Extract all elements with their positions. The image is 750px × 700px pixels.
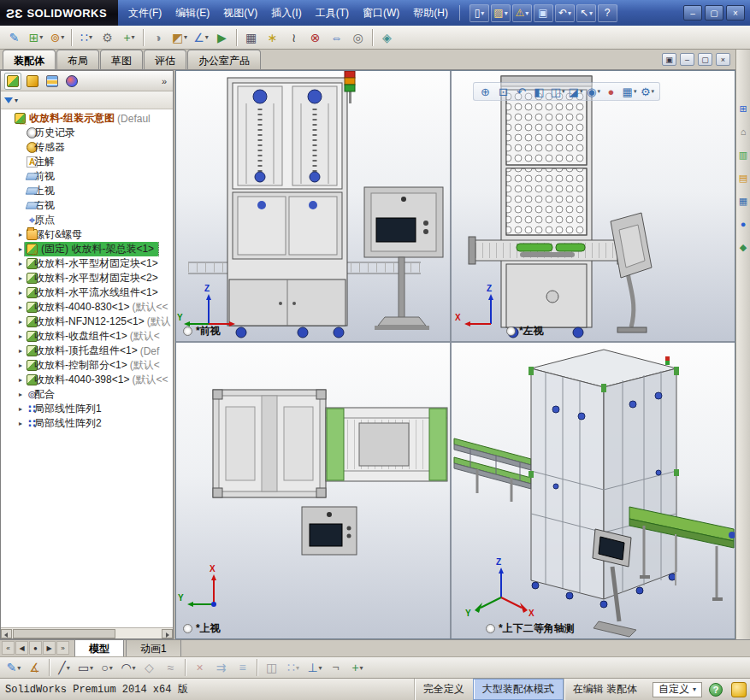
dropdown-caret-icon[interactable]: ▾ [205, 33, 209, 41]
tree-hscrollbar[interactable] [1, 627, 173, 638]
toolbar-separator[interactable] [236, 29, 238, 46]
view-orientation-button[interactable]: ◫▾ [550, 84, 565, 99]
viewport-top[interactable]: X Y *上视 [176, 343, 450, 638]
dropdown-caret-icon[interactable]: ▾ [17, 664, 21, 672]
tree-item[interactable]: ▸ 收放料-NFJN12-125<1> (默认 [1, 315, 173, 329]
viewport-isometric[interactable]: Z X Y *上下二等角轴测 [452, 343, 735, 638]
tree-item[interactable]: ▸ 收放料-控制部分<1> (默认< [1, 358, 173, 373]
tree-item-content[interactable]: 收放料-控制部分<1> (默认< [25, 358, 162, 373]
toolbar-separator[interactable] [49, 659, 50, 676]
quick-snaps-button[interactable]: +▾ [347, 658, 368, 678]
mate-button[interactable]: ⊚▾ [47, 27, 68, 47]
left-view-drawing[interactable]: Z X [452, 71, 735, 341]
tree-item[interactable]: ▸ 收放料-收盘组件<1> (默认< [1, 329, 173, 344]
menu-item[interactable]: 窗口(W) [356, 0, 406, 26]
hide-show-items-button[interactable]: ◉▾ [586, 84, 601, 99]
command-tab[interactable]: 办公室产品 [187, 50, 261, 69]
assembly-features-button[interactable]: ◩▾ [169, 27, 190, 47]
expander-icon[interactable]: ▸ [16, 332, 25, 340]
tree-item-content[interactable]: 收放料-NFJN12-125<1> (默认 [25, 315, 173, 329]
polygon-button[interactable]: ◇ [139, 658, 160, 678]
dropdown-caret-icon[interactable]: ▾ [296, 664, 299, 672]
filter-funnel-icon[interactable] [4, 97, 13, 103]
tree-item-content[interactable]: 历史记录 [25, 126, 80, 140]
convert-entities-button[interactable]: ⇉ [211, 658, 232, 678]
tree-item[interactable]: 注解 [1, 155, 173, 169]
dropdown-caret-icon[interactable]: ▾ [634, 88, 637, 95]
design-library-icon[interactable]: ▤ [737, 172, 749, 184]
tree-item-content[interactable]: 原点 [25, 213, 59, 227]
command-tab[interactable]: 装配体 [3, 50, 56, 69]
custom-properties-icon[interactable]: ◆ [737, 241, 749, 253]
display-relations-button[interactable]: ⊥▾ [304, 658, 325, 678]
rectangle-button[interactable]: ▭▾ [75, 658, 96, 678]
scroll-dot-button[interactable]: ● [29, 641, 42, 655]
undo-button[interactable]: ↶▾ [555, 4, 575, 22]
expander-icon[interactable]: ▸ [16, 318, 25, 326]
explode-line-sketch-button[interactable]: ≀ [284, 27, 304, 47]
tree-item[interactable]: ▸ 配合 [1, 387, 173, 402]
toolbox-icon[interactable]: ⊞ [737, 103, 749, 115]
tree-item-content[interactable]: 右视 [25, 198, 59, 213]
appearances-scenes-icon[interactable]: ● [737, 218, 749, 230]
tree-item-content[interactable]: 收放料-水平型材固定块<2> [25, 271, 162, 285]
toolbar-separator[interactable] [143, 29, 145, 46]
minimize-button[interactable]: – [683, 5, 702, 21]
reference-geometry-button[interactable]: ∠▾ [191, 27, 211, 47]
top-view-drawing[interactable]: X Y [176, 343, 450, 638]
viewport-splitter-vertical[interactable] [450, 71, 452, 638]
scroll-first-button[interactable]: « [2, 641, 15, 655]
tree-item[interactable]: 上视 [1, 184, 173, 198]
tree-item-content[interactable]: 收放料-4040-398<1> (默认<< [25, 373, 169, 387]
expander-icon[interactable]: ▸ [16, 391, 25, 398]
scroll-last-button[interactable]: » [56, 641, 69, 655]
tree-item-content[interactable]: 螺钉&螺母 [25, 227, 86, 242]
expander-icon[interactable]: ▸ [16, 245, 25, 253]
tree-item[interactable]: ▸ 局部线性阵列1 [1, 402, 173, 416]
menu-item[interactable]: 帮助(H) [406, 0, 455, 26]
toolbar-separator[interactable] [185, 659, 186, 676]
save-button[interactable]: ▣ [534, 4, 553, 22]
viewport-close-button[interactable]: × [716, 53, 730, 66]
dropdown-caret-icon[interactable]: ▾ [580, 88, 583, 95]
tree-item-content[interactable]: ⚠ (固定) 收放料-架总装<1> [25, 242, 158, 256]
toolbar-separator[interactable] [372, 29, 374, 46]
expander-icon[interactable]: ▸ [16, 231, 25, 238]
circle-button[interactable]: ○▾ [97, 658, 117, 678]
quick-tips-icon[interactable] [731, 682, 747, 697]
tree-item[interactable]: ▸ 螺钉&螺母 [1, 227, 173, 242]
scroll-prev-button[interactable]: ◀ [15, 641, 28, 655]
dropdown-caret-icon[interactable]: ▾ [184, 33, 187, 41]
new-document-button[interactable]: ▯▾ [469, 4, 489, 22]
apply-scene-button[interactable]: ▦▾ [622, 84, 637, 99]
dropdown-caret-icon[interactable]: ▾ [481, 9, 484, 17]
dropdown-caret-icon[interactable]: ▾ [589, 9, 593, 17]
tree-item-content[interactable]: 前视 [25, 169, 59, 184]
select-button[interactable]: ↖▾ [576, 4, 596, 22]
tree-item-content[interactable]: 局部线性阵列1 [25, 402, 106, 416]
tree-item[interactable]: 历史记录 [1, 126, 173, 140]
menu-item[interactable]: 视图(V) [216, 0, 264, 26]
scrollbar-thumb[interactable] [13, 629, 115, 638]
open-document-button[interactable]: ▨▾ [491, 4, 511, 22]
command-tab[interactable]: 草图 [100, 50, 143, 69]
clearance-verification-button[interactable]: ⇔ [327, 27, 347, 47]
expander-icon[interactable]: ▸ [16, 362, 25, 369]
edit-appearance-button[interactable]: ● [604, 84, 619, 99]
scroll-right-button[interactable] [162, 629, 173, 638]
command-tab[interactable]: 评估 [144, 50, 186, 69]
dropdown-caret-icon[interactable]: ▾ [89, 33, 92, 41]
status-help-button[interactable]: ? [709, 683, 723, 697]
expander-icon[interactable]: ▸ [16, 420, 25, 427]
edit-component-button[interactable]: ✎ [4, 27, 25, 47]
tree-item[interactable]: ▸ 收放料-水平流水线组件<1> [1, 285, 173, 300]
viewport-restore-button[interactable]: ▣ [662, 53, 676, 66]
expander-icon[interactable]: ▸ [16, 376, 25, 384]
tree-item-content[interactable]: 配合 [25, 387, 59, 402]
mirror-entities-button[interactable]: ◫ [262, 658, 282, 678]
expander-icon[interactable]: ▸ [16, 405, 25, 413]
dropdown-caret-icon[interactable]: ▾ [652, 88, 655, 95]
hole-alignment-button[interactable]: ◎ [348, 27, 369, 47]
viewport-minimize-button[interactable]: – [680, 53, 694, 66]
filter-caret-icon[interactable]: ▾ [15, 97, 18, 104]
